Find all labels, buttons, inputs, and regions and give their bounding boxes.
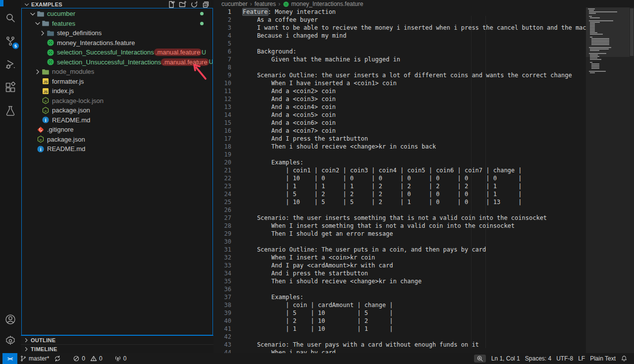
line-number[interactable]: 19 xyxy=(213,151,236,158)
code-line[interactable]: 10 When I have inserted a <coin1> coin xyxy=(213,79,586,87)
warnings-count[interactable]: 0 xyxy=(88,353,105,364)
search-icon[interactable] xyxy=(2,10,18,26)
line-number[interactable]: 26 xyxy=(213,206,236,214)
code-line[interactable]: 40 | 2 | 10 | 2 | xyxy=(213,317,586,325)
line-number[interactable]: 34 xyxy=(213,269,236,277)
code-line[interactable]: 18 Then i should recieve <change>kr in c… xyxy=(213,143,586,151)
line-number[interactable]: 41 xyxy=(213,325,236,333)
tree-item-selection-unsuccessful-interactions[interactable]: selection_Unsuccessful_Interactions.manu… xyxy=(22,57,212,67)
code-line[interactable]: 23 | 1 | 1 | 1 | 2 | 2 | 2 | 2 | 1 | xyxy=(213,182,586,190)
line-number[interactable]: 20 xyxy=(213,158,236,166)
line-number[interactable]: 13 xyxy=(213,103,236,111)
remote-indicator[interactable]: >< xyxy=(2,353,17,364)
line-number[interactable]: 40 xyxy=(213,317,236,325)
code-line[interactable]: 4 Because i changed my mind xyxy=(213,32,586,40)
breadcrumb-item[interactable]: cucumber xyxy=(221,0,248,7)
line-number[interactable]: 42 xyxy=(213,333,236,341)
line-number[interactable]: 10 xyxy=(213,79,236,87)
code-line[interactable]: 31 Scenario Outline: The user puts in a … xyxy=(213,246,586,254)
tree-item-package-json[interactable]: jspackage.json xyxy=(22,135,212,145)
code-line[interactable]: 44 When i pay by card xyxy=(213,349,586,353)
line-number[interactable]: 17 xyxy=(213,135,236,143)
code-line[interactable]: 29 Then I should get an error message xyxy=(213,230,586,238)
breadcrumb-item[interactable]: money_Interactions.feature xyxy=(283,0,363,7)
code-line[interactable]: 1Feature: Money interaction xyxy=(213,8,586,16)
settings-icon[interactable] xyxy=(2,333,18,349)
run-debug-icon[interactable] xyxy=(2,56,18,72)
code-line[interactable]: 37 Examples: xyxy=(213,293,586,301)
line-number[interactable]: 44 xyxy=(213,349,236,353)
tree-item-cucumber[interactable]: cucumber xyxy=(22,9,212,19)
line-number[interactable]: 15 xyxy=(213,119,236,127)
code-line[interactable]: 41 | 1 | 10 | 1 | xyxy=(213,325,586,333)
code-line[interactable]: 27 Scenario: the user inserts something … xyxy=(213,214,586,222)
line-number[interactable]: 16 xyxy=(213,127,236,135)
line-number[interactable]: 36 xyxy=(213,285,236,293)
line-number[interactable]: 1 xyxy=(213,8,236,16)
tree-item-money-interactions-feature[interactable]: money_Interactions.feature xyxy=(22,38,212,48)
tree-item-package-lock-json[interactable]: jspackage-lock.json xyxy=(22,96,212,106)
code-line[interactable]: 25 | 10 | 5 | 5 | 2 | 1 | 0 | 0 | 13 | xyxy=(213,198,586,206)
code-line[interactable]: 43 Scenario: The user pays with a card w… xyxy=(213,341,586,349)
cursor-position[interactable]: Ln 1, Col 1 xyxy=(489,353,523,364)
language-mode[interactable]: Plain Text xyxy=(587,353,618,364)
tree-item-index-js[interactable]: JSindex.js xyxy=(22,86,212,96)
line-number[interactable]: 4 xyxy=(213,32,236,40)
line-number[interactable]: 37 xyxy=(213,293,236,301)
tree-item-package-json[interactable]: jspackage.json xyxy=(22,105,212,115)
outline-section[interactable]: OUTLINE xyxy=(21,335,213,344)
collapse-all-icon[interactable] xyxy=(202,0,210,8)
code-line[interactable]: 14 And a <coin5> coin xyxy=(213,111,586,119)
tree-item-readme-md[interactable]: iREADME.md xyxy=(22,115,212,125)
code-line[interactable]: 26 xyxy=(213,206,586,214)
minimap[interactable] xyxy=(586,7,634,353)
code-line[interactable]: 16 And a <coin7> coin xyxy=(213,127,586,135)
indentation[interactable]: Spaces: 4 xyxy=(523,353,554,364)
encoding[interactable]: UTF-8 xyxy=(554,353,576,364)
code-line[interactable]: 6 Background: xyxy=(213,48,586,55)
testing-icon[interactable] xyxy=(2,103,18,119)
explorer-active-indicator[interactable] xyxy=(0,0,3,6)
code-line[interactable]: 38 | coin | cardAmount | change | xyxy=(213,301,586,309)
line-number[interactable]: 11 xyxy=(213,87,236,95)
code-line[interactable]: 15 And a <coin6> coin xyxy=(213,119,586,127)
code-line[interactable]: 32 When I insert a <coin>kr coin xyxy=(213,254,586,261)
code-line[interactable]: 13 And a <coin4> coin xyxy=(213,103,586,111)
tree-item-formatter-js[interactable]: JSformatter.js xyxy=(22,77,212,87)
line-number[interactable]: 31 xyxy=(213,246,236,254)
line-number[interactable]: 3 xyxy=(213,24,236,32)
accounts-icon[interactable] xyxy=(2,312,18,327)
tree-item-features[interactable]: features xyxy=(22,19,212,29)
refresh-icon[interactable] xyxy=(190,0,198,8)
line-number[interactable]: 43 xyxy=(213,341,236,349)
timeline-section[interactable]: TIMELINE xyxy=(21,344,213,353)
code-line[interactable]: 5 xyxy=(213,40,586,48)
line-number[interactable]: 24 xyxy=(213,190,236,198)
line-number[interactable]: 14 xyxy=(213,111,236,119)
breadcrumb-item[interactable]: features xyxy=(255,0,276,7)
code-line[interactable]: 30 xyxy=(213,238,586,246)
code-area[interactable]: 1Feature: Money interaction2 As a coffee… xyxy=(213,8,586,353)
tree-item-readme-md[interactable]: iREADME.md xyxy=(22,144,212,154)
code-line[interactable]: 19 xyxy=(213,151,586,158)
line-number[interactable]: 2 xyxy=(213,16,236,24)
line-number[interactable]: 8 xyxy=(213,63,236,71)
code-line[interactable]: 35 Then i should recieve <change>kr in c… xyxy=(213,277,586,285)
line-number[interactable]: 28 xyxy=(213,222,236,230)
code-line[interactable]: 28 When I insert something that is not a… xyxy=(213,222,586,230)
code-line[interactable]: 22 | 10 | 0 | 0 | 0 | 0 | 0 | 0 | 0 | xyxy=(213,174,586,182)
code-line[interactable]: 21 | coin1 | coin2 | coin3 | coin4 | coi… xyxy=(213,166,586,174)
branch-status[interactable]: master* xyxy=(17,353,52,364)
code-line[interactable]: 20 Examples: xyxy=(213,158,586,166)
tree-item-node-modules[interactable]: node_modules xyxy=(22,67,212,77)
line-number[interactable]: 12 xyxy=(213,95,236,103)
new-folder-icon[interactable] xyxy=(179,0,187,8)
notifications[interactable] xyxy=(618,353,630,364)
code-line[interactable]: 39 | 5 | 10 | 5 | xyxy=(213,309,586,317)
ports-status[interactable]: 0 xyxy=(112,353,129,364)
tree-item--gitignore[interactable]: .gitignore xyxy=(22,125,212,135)
line-number[interactable]: 30 xyxy=(213,238,236,246)
code-line[interactable]: 8 xyxy=(213,63,586,71)
errors-count[interactable]: 0 xyxy=(70,353,88,364)
line-number[interactable]: 9 xyxy=(213,71,236,79)
